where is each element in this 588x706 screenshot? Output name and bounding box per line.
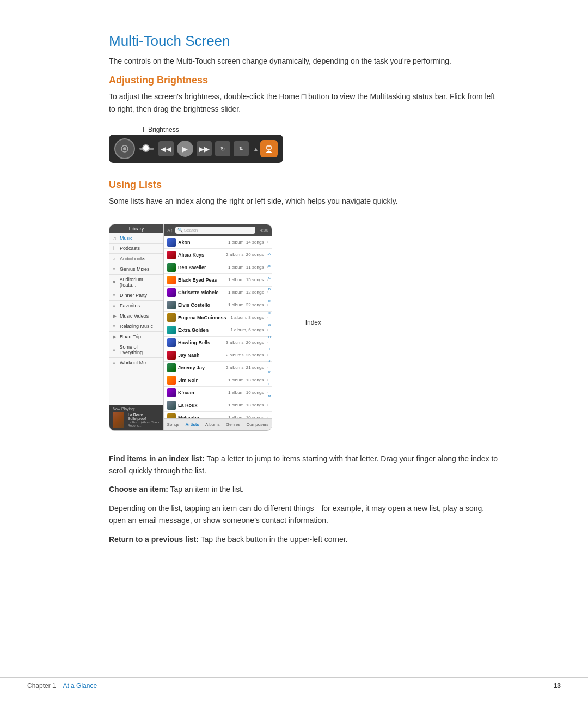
sidebar-favorites[interactable]: ≡ Favorites xyxy=(109,301,163,311)
using-lists-heading: Using Lists xyxy=(109,179,501,191)
list-item[interactable]: La Roux 1 album, 13 songs › xyxy=(164,399,272,412)
music-videos-icon: ▶ xyxy=(113,313,118,319)
brightness-bar: ◀◀ ▶ ▶▶ ↻ ⇅ ▲ xyxy=(109,135,283,163)
now-playing-label: Now Playing: xyxy=(113,407,160,411)
artist-thumb xyxy=(167,363,176,372)
sidebar-workout[interactable]: ≡ Workout Mix xyxy=(109,358,163,368)
now-playing-info: La Roux Bulletproof La Roux (About Track… xyxy=(128,413,160,427)
sidebar-music[interactable]: ♫ Music xyxy=(109,233,163,244)
rewind-button[interactable]: ◀◀ xyxy=(158,141,174,156)
fast-forward-button[interactable]: ▶▶ xyxy=(197,141,212,156)
artist-thumb xyxy=(167,388,176,397)
using-lists-body: Some lists have an index along the right… xyxy=(109,195,501,207)
footer-chapter-label: Chapter 1 xyxy=(27,682,56,690)
list-item[interactable]: Howling Bells 3 albums, 20 songs › xyxy=(164,337,272,349)
list-item[interactable]: Chrisette Michele 1 album, 12 songs › xyxy=(164,287,272,299)
sidebar-auditorium[interactable]: ♥ Auditorium (featu... xyxy=(109,275,163,290)
play-button[interactable]: ▶ xyxy=(177,141,193,157)
bottom-tabs: Songs Artists Albums Genres Composers xyxy=(164,418,272,430)
footer: Chapter 1 At a Glance 13 xyxy=(0,677,588,690)
shuffle-button[interactable]: ⇅ xyxy=(234,141,249,156)
brightness-body: To adjust the screen's brightness, doubl… xyxy=(109,90,501,115)
auditorium-icon: ♥ xyxy=(113,279,118,285)
list-item[interactable]: Black Eyed Peas 1 album, 15 songs › xyxy=(164,274,272,287)
desc-choose-item: Choose an item: Tap an item in the list. xyxy=(109,483,501,495)
mockup-main-header: A↕ 🔍 Search 4:00 xyxy=(164,224,272,236)
airplay-button[interactable] xyxy=(260,140,278,157)
sidebar-podcasts[interactable]: i Podcasts xyxy=(109,244,163,254)
podcasts-icon: i xyxy=(113,246,118,251)
brightness-section: | Brightness ◀◀ ▶ ▶▶ ↻ ⇅ ▲ xyxy=(109,125,501,163)
artist-thumb xyxy=(167,276,176,284)
desc-return-text: Tap the back button in the upper-left co… xyxy=(201,535,348,544)
artist-thumb xyxy=(167,263,176,272)
list-item[interactable]: Akon 1 album, 14 songs › xyxy=(164,236,272,249)
sidebar-genius[interactable]: ≡ Genius Mixes xyxy=(109,264,163,275)
artist-thumb xyxy=(167,351,176,360)
sidebar-road-trip[interactable]: ▶ Road Trip xyxy=(109,332,163,342)
footer-at-a-glance[interactable]: At a Glance xyxy=(63,682,97,690)
desc-depending: Depending on the list, tapping an item c… xyxy=(109,502,501,527)
svg-point-1 xyxy=(123,147,126,150)
list-item[interactable]: Extra Golden 1 album, 6 songs › xyxy=(164,324,272,337)
sidebar-relaxing[interactable]: ≡ Relaxing Music xyxy=(109,321,163,332)
svg-marker-2 xyxy=(266,150,272,153)
tab-albums[interactable]: Albums xyxy=(205,422,220,427)
list-item[interactable]: Jay Nash 2 albums, 26 songs › xyxy=(164,349,272,362)
list-item[interactable]: Malajube 1 album, 10 songs › xyxy=(164,412,272,418)
list-item[interactable]: Eugena McGuinness 1 album, 8 songs › xyxy=(164,312,272,324)
sidebar-music-videos[interactable]: ▶ Music Videos xyxy=(109,311,163,321)
camera-button[interactable] xyxy=(114,138,135,159)
mockup-main: A↕ 🔍 Search 4:00 Akon 1 album, 14 songs … xyxy=(164,224,272,430)
svg-rect-3 xyxy=(267,146,271,149)
now-playing-art xyxy=(113,412,124,428)
dinner-icon: ≡ xyxy=(113,293,118,298)
sort-icon: A↕ xyxy=(167,228,173,233)
section-body: The controls on the Multi-Touch screen c… xyxy=(109,55,501,67)
artist-thumb xyxy=(167,301,176,309)
sidebar-some-everything[interactable]: ≡ Some of Everything xyxy=(109,342,163,358)
sidebar-audiobooks[interactable]: ♪ Audiobooks xyxy=(109,254,163,264)
artist-thumb xyxy=(167,313,176,322)
mockup-sidebar: Library ♫ Music i Podcasts ♪ Audiobooks xyxy=(109,224,164,430)
brightness-label: Brightness xyxy=(142,126,179,133)
footer-page-number: 13 xyxy=(554,682,561,690)
list-item[interactable]: Ben Kweller 1 album, 11 songs › xyxy=(164,261,272,274)
media-controls: ◀◀ ▶ ▶▶ ↻ ⇅ xyxy=(158,141,249,157)
index-label: Index xyxy=(305,319,321,326)
artist-thumb xyxy=(167,338,176,347)
search-box[interactable]: 🔍 Search xyxy=(175,227,256,234)
repeat-button[interactable]: ↻ xyxy=(215,141,230,156)
tab-artists[interactable]: Artists xyxy=(186,422,199,427)
tab-composers[interactable]: Composers xyxy=(246,422,268,427)
mockup-sidebar-header: Library xyxy=(109,224,163,233)
desc-find-items: Find items in an index list: Tap a lette… xyxy=(109,453,501,477)
genius-icon: ≡ xyxy=(113,266,118,272)
desc-choose-item-text: Tap an item in the list. xyxy=(170,485,244,494)
desc-find-items-bold: Find items in an index list: xyxy=(109,454,205,463)
time-display: 4:00 xyxy=(260,228,268,233)
index-line xyxy=(281,322,303,322)
page-content: Multi-Touch Screen The controls on the M… xyxy=(0,0,588,595)
sidebar-dinner[interactable]: ≡ Dinner Party xyxy=(109,290,163,301)
list-container: Akon 1 album, 14 songs › Alicia Keys 2 a… xyxy=(164,236,272,418)
list-item[interactable]: Jim Noir 1 album, 13 songs › xyxy=(164,374,272,387)
audiobooks-icon: ♪ xyxy=(113,256,118,261)
list-index[interactable]: A B C D E F G H I J K L M xyxy=(267,248,272,402)
list-item[interactable]: Jeremy Jay 2 albums, 21 songs › xyxy=(164,362,272,374)
some-everything-icon: ≡ xyxy=(113,347,118,352)
list-item[interactable]: Alicia Keys 2 albums, 26 songs › xyxy=(164,249,272,261)
list-item[interactable]: K'naan 1 album, 16 songs › xyxy=(164,387,272,399)
brightness-slider-thumb[interactable] xyxy=(142,144,150,152)
favorites-icon: ≡ xyxy=(113,303,118,308)
tab-genres[interactable]: Genres xyxy=(226,422,240,427)
brightness-heading: Adjusting Brightness xyxy=(109,75,501,86)
iphone-mockup-wrapper: Library ♫ Music i Podcasts ♪ Audiobooks xyxy=(109,215,272,442)
tab-songs[interactable]: Songs xyxy=(167,422,180,427)
desc-return-bold: Return to a previous list: xyxy=(109,535,199,544)
brightness-slider[interactable] xyxy=(139,148,154,150)
iphone-mockup: Library ♫ Music i Podcasts ♪ Audiobooks xyxy=(109,224,272,431)
list-item[interactable]: Elvis Costello 1 album, 22 songs › xyxy=(164,299,272,312)
artist-thumb xyxy=(167,413,176,418)
artist-thumb xyxy=(167,376,176,385)
